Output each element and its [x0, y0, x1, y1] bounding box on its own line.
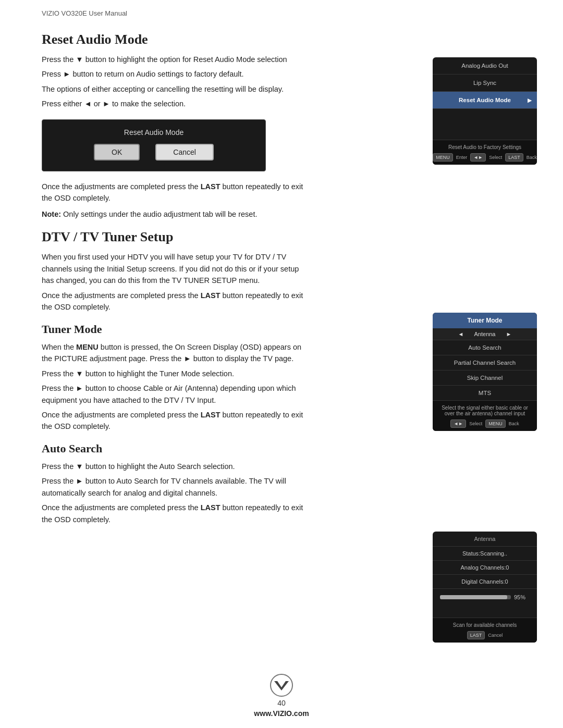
back-btn-icon: LAST: [505, 153, 523, 162]
reset-note: Note: Note: Only settings under the audi…: [42, 208, 313, 220]
auto-right-panel: Antenna Status:Scanning.. Analog Channel…: [433, 532, 537, 643]
tuner-panel-footer: Select the signal either basic cable or …: [433, 401, 537, 431]
dialog-title: Reset Audio Mode: [53, 128, 255, 137]
auto-search-title: Auto Search: [42, 442, 313, 455]
auto-status: Status:Scanning..: [433, 547, 537, 561]
progress-container: 95%: [433, 589, 537, 602]
page-header: VIZIO VO320E User Manual: [0, 0, 563, 17]
tuner-footer-buttons: ◄► Select MENU Back: [438, 419, 532, 428]
select-btn-icon: ◄►: [470, 153, 486, 162]
page-footer: 40 www.VIZIO.com: [0, 674, 563, 718]
auto-footer-label: Scan for available channels: [438, 622, 532, 628]
reset-audio-dialog: Reset Audio Mode OK Cancel: [42, 119, 266, 171]
reset-para-3: The options of either accepting or cance…: [42, 83, 313, 95]
tuner-item-4: MTS: [433, 386, 537, 401]
progress-label: 95%: [514, 594, 530, 600]
dialog-buttons: OK Cancel: [53, 144, 255, 161]
menu-btn-icon: MENU: [433, 153, 453, 162]
tuner-select-label: Select: [469, 421, 482, 426]
audio-footer-buttons: MENU Enter ◄► Select LAST Back: [438, 153, 532, 162]
main-content: Reset Audio Mode Press the ▼ button to h…: [0, 17, 354, 525]
tuner-footer-label: Select the signal either basic cable or …: [438, 405, 532, 416]
dialog-ok-button[interactable]: OK: [94, 144, 140, 161]
tuner-para-1: When the MENU button is pressed, the On …: [42, 341, 313, 365]
tuner-right-panel: Tuner Mode ◄ Antenna ► Auto Search Parti…: [433, 313, 537, 431]
select-label: Select: [489, 155, 502, 160]
audio-panel-item-2: Lip Sync: [433, 75, 537, 92]
auto-digital: Digital Channels:0: [433, 575, 537, 589]
audio-footer-label: Reset Audio to Factory Settings: [438, 144, 532, 150]
audio-right-panel: Analog Audio Out Lip Sync Reset Audio Mo…: [433, 57, 537, 165]
manual-title: VIZIO VO320E User Manual: [42, 9, 127, 17]
auto-panel-footer: Scan for available channels LAST Cancel: [433, 618, 537, 643]
reset-para-2: Press ► button to return on Audio settin…: [42, 68, 313, 80]
auto-cancel-label: Cancel: [488, 633, 503, 638]
auto-para-3: Once the adjustments are completed press…: [42, 502, 313, 525]
right-arrow-icon: ►: [506, 331, 511, 337]
tuner-para-2: Press the ▼ button to highlight the Tune…: [42, 368, 313, 379]
antenna-label: Antenna: [474, 331, 496, 337]
reset-para-1: Press the ▼ button to highlight the opti…: [42, 54, 313, 65]
dialog-cancel-button[interactable]: Cancel: [155, 144, 214, 161]
tuner-panel-header: Tuner Mode: [433, 313, 537, 328]
auto-analog: Analog Channels:0: [433, 561, 537, 575]
auto-para-2: Press the ► button to Auto Search for TV…: [42, 475, 313, 499]
reset-after-para-1: Once the adjustments are completed press…: [42, 181, 313, 204]
tuner-back-icon: MENU: [485, 419, 506, 428]
tuner-back-label: Back: [509, 421, 519, 426]
reset-para-4: Press either ◄ or ► to make the selectio…: [42, 98, 313, 109]
tuner-antenna-row: ◄ Antenna ►: [433, 328, 537, 340]
progress-bar-fill: [440, 595, 507, 599]
tuner-item-3: Skip Channel: [433, 371, 537, 386]
tuner-header-label: Tuner Mode: [467, 317, 502, 324]
left-arrow-icon: ◄: [458, 331, 464, 337]
audio-panel-item-3: Reset Audio Mode: [433, 92, 537, 109]
tuner-select-icon: ◄►: [450, 419, 466, 428]
auto-cancel-icon: LAST: [467, 631, 485, 639]
tuner-para-4: Once the adjustments are completed press…: [42, 409, 313, 433]
vizio-logo: [270, 674, 293, 697]
tuner-item-2: Partial Channel Search: [433, 355, 537, 371]
audio-panel-footer: Reset Audio to Factory Settings MENU Ent…: [433, 140, 537, 165]
dtv-para-1: When you first used your HDTV you will h…: [42, 251, 313, 286]
auto-antenna-header: Antenna: [433, 532, 537, 547]
auto-footer-buttons: LAST Cancel: [438, 631, 532, 639]
dtv-para-2: Once the adjustments are completed press…: [42, 290, 313, 313]
auto-para-1: Press the ▼ button to highlight the Auto…: [42, 461, 313, 472]
audio-panel-item-1: Analog Audio Out: [433, 57, 537, 75]
website-url: www.VIZIO.com: [254, 709, 309, 718]
tuner-mode-title: Tuner Mode: [42, 323, 313, 336]
progress-bar-bg: [440, 595, 511, 599]
tuner-item-1: Auto Search: [433, 340, 537, 355]
page-number: 40: [277, 699, 286, 707]
tuner-para-3: Press the ► button to choose Cable or Ai…: [42, 382, 313, 406]
back-label: Back: [527, 155, 537, 160]
enter-label: Enter: [456, 155, 468, 160]
reset-audio-title: Reset Audio Mode: [42, 32, 313, 47]
dtv-section-title: DTV / TV Tuner Setup: [42, 229, 313, 245]
